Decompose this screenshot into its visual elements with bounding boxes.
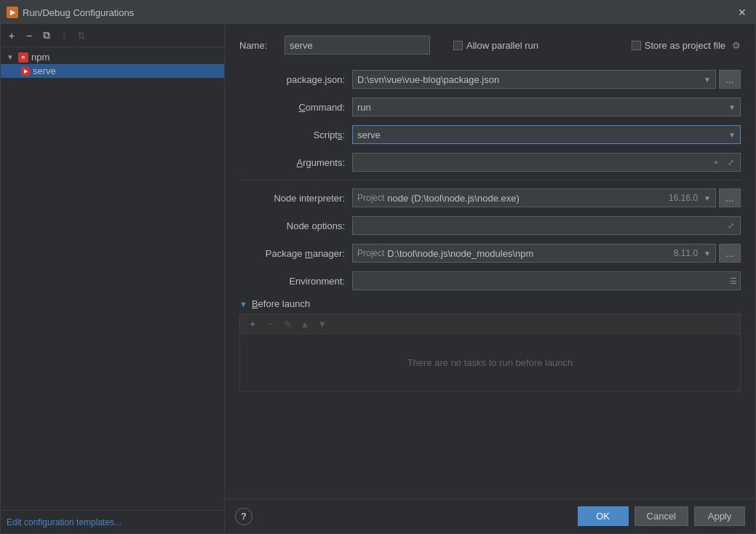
package-json-browse-button[interactable]: …: [719, 70, 741, 89]
pkg-manager-arrow-icon: ▼: [704, 250, 711, 258]
node-options-expand-icon[interactable]: ⤢: [724, 219, 737, 232]
scripts-field: serve ▼: [352, 125, 741, 144]
before-launch-toolbar: + − ✎ ▲ ▼: [239, 314, 741, 333]
arguments-label: Arguments:: [239, 157, 352, 168]
help-button[interactable]: ?: [235, 508, 252, 525]
node-options-input[interactable]: ⤢: [352, 216, 741, 235]
before-launch-header: ▼ Before launch: [239, 298, 741, 309]
command-row: Command: run ▼: [239, 97, 741, 117]
before-launch-title: Before launch: [252, 298, 310, 309]
before-launch-remove-button[interactable]: −: [262, 317, 278, 330]
pkg-project-tag: Project: [357, 248, 384, 258]
command-dropdown[interactable]: run ▼: [352, 97, 741, 116]
store-project-section: Store as project file ⚙: [632, 40, 741, 51]
arguments-add-icon[interactable]: +: [709, 156, 723, 169]
environment-edit-icon: ☰: [730, 276, 737, 286]
run-debug-dialog: ▶ Run/Debug Configurations ✕ + − ⧉ ↕ ⇅ ▼…: [0, 0, 756, 534]
command-value: run: [357, 102, 371, 113]
allow-parallel-checkbox[interactable]: [453, 41, 463, 50]
node-options-field: ⤢: [352, 216, 741, 235]
package-json-field: D:\svn\vue\vue-blog\package.json ▼ …: [352, 70, 741, 89]
separator-1: [239, 180, 741, 180]
package-json-row: package.json: D:\svn\vue\vue-blog\packag…: [239, 69, 741, 89]
name-field-label: Name:: [239, 40, 276, 51]
node-options-row: Node options: ⤢: [239, 215, 741, 236]
no-tasks-text: There are no tasks to run before launch: [407, 357, 573, 368]
allow-parallel-label: Allow parallel run: [466, 40, 538, 51]
package-manager-browse-button[interactable]: …: [719, 244, 741, 263]
npm-label: npm: [31, 52, 49, 63]
dialog-body: + − ⧉ ↕ ⇅ ▼ n npm ▶ serve Edit configura…: [1, 24, 755, 533]
node-interpreter-version: 16.16.0: [669, 193, 698, 203]
arguments-input[interactable]: + ⤢: [352, 153, 741, 172]
pkg-manager-version: 8.11.0: [674, 248, 698, 258]
before-launch-add-button[interactable]: +: [244, 317, 260, 330]
arguments-expand-icon[interactable]: ⤢: [724, 156, 737, 169]
node-options-icons: ⤢: [724, 219, 737, 232]
environment-field: ☰: [352, 271, 741, 290]
serve-icon: ▶: [21, 67, 30, 76]
store-project-label: Store as project file: [645, 40, 725, 51]
node-interpreter-row: Node interpreter: Project node (D:\tool\…: [239, 188, 741, 208]
package-manager-row: Package manager: Project D:\tool\node.js…: [239, 243, 741, 263]
scripts-arrow-icon: ▼: [728, 131, 736, 139]
environment-row: Environment: ☰: [239, 271, 741, 291]
scripts-row: Scripts: serve ▼: [239, 124, 741, 145]
dialog-title: Run/Debug Configurations: [23, 7, 134, 18]
parallel-run-section: Allow parallel run: [453, 40, 538, 51]
command-arrow-icon: ▼: [728, 103, 736, 111]
name-input[interactable]: [285, 36, 430, 55]
environment-input[interactable]: ☰: [352, 271, 741, 290]
copy-config-button[interactable]: ⧉: [39, 28, 55, 44]
config-tree: ▼ n npm ▶ serve: [1, 47, 224, 510]
command-field: run ▼: [352, 97, 741, 116]
before-launch-edit-button[interactable]: ✎: [279, 317, 295, 330]
store-project-checkbox[interactable]: [632, 41, 641, 50]
store-project-settings-icon[interactable]: ⚙: [732, 40, 741, 51]
sort-config-button[interactable]: ⇅: [73, 28, 89, 44]
move-config-button[interactable]: ↕: [56, 28, 72, 44]
environment-label: Environment:: [239, 276, 352, 287]
scripts-label: Scripts:: [239, 129, 352, 140]
package-manager-label: Package manager:: [239, 248, 352, 259]
right-content: Name: Allow parallel run Store as projec…: [225, 24, 755, 498]
package-json-dropdown[interactable]: D:\svn\vue\vue-blog\package.json ▼: [352, 70, 716, 89]
node-interpreter-browse-button[interactable]: …: [719, 188, 741, 207]
before-launch-down-button[interactable]: ▼: [314, 317, 330, 330]
scripts-dropdown[interactable]: serve ▼: [352, 125, 741, 144]
pkg-manager-path: D:\tool\node.js\node_modules\npm: [387, 248, 670, 259]
package-json-value: D:\svn\vue\vue-blog\package.json: [357, 74, 499, 85]
remove-config-button[interactable]: −: [21, 28, 37, 44]
ok-button[interactable]: OK: [578, 506, 629, 526]
close-button[interactable]: ✕: [735, 5, 749, 20]
node-interpreter-dropdown[interactable]: Project node (D:\tool\node.js\node.exe) …: [352, 188, 716, 207]
edit-templates-link[interactable]: Edit configuration templates...: [7, 517, 122, 527]
package-json-label: package.json:: [239, 74, 352, 85]
node-interpreter-field: Project node (D:\tool\node.js\node.exe) …: [352, 188, 741, 207]
node-project-tag: Project: [357, 193, 384, 203]
cancel-button[interactable]: Cancel: [634, 506, 688, 526]
title-bar: ▶ Run/Debug Configurations ✕: [1, 1, 755, 24]
package-manager-field: Project D:\tool\node.js\node_modules\npm…: [352, 244, 741, 263]
before-launch-collapse-icon[interactable]: ▼: [239, 300, 247, 308]
left-footer: Edit configuration templates...: [1, 510, 224, 533]
tree-item-serve[interactable]: ▶ serve: [1, 64, 224, 78]
node-interpreter-arrow-icon: ▼: [704, 194, 711, 202]
left-toolbar: + − ⧉ ↕ ⇅: [1, 24, 224, 47]
package-json-arrow-icon: ▼: [704, 76, 711, 84]
npm-chevron-icon: ▼: [7, 53, 15, 61]
node-options-label: Node options:: [239, 220, 352, 231]
header-row: Name: Allow parallel run Store as projec…: [239, 36, 741, 55]
package-manager-dropdown[interactable]: Project D:\tool\node.js\node_modules\npm…: [352, 244, 716, 263]
node-interpreter-path: node (D:\tool\node.js\node.exe): [387, 193, 666, 204]
before-launch-up-button[interactable]: ▲: [297, 317, 313, 330]
add-config-button[interactable]: +: [4, 28, 20, 44]
arguments-row: Arguments: + ⤢: [239, 152, 741, 172]
apply-button[interactable]: Apply: [694, 506, 745, 526]
left-panel: + − ⧉ ↕ ⇅ ▼ n npm ▶ serve Edit configura…: [1, 24, 225, 533]
dialog-footer: ? OK Cancel Apply: [225, 498, 755, 533]
serve-label: serve: [33, 65, 56, 76]
before-launch-content: There are no tasks to run before launch: [239, 333, 741, 391]
tree-item-npm[interactable]: ▼ n npm: [1, 50, 224, 64]
title-bar-left: ▶ Run/Debug Configurations: [7, 7, 134, 18]
